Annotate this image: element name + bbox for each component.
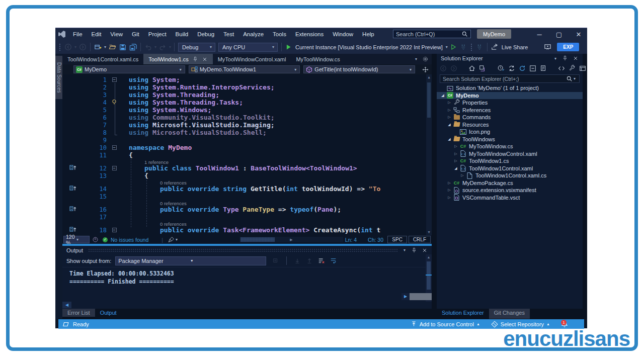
override-indicator-icon[interactable] (69, 164, 76, 172)
document-tab[interactable]: MyToolWindowControl.xaml (213, 54, 291, 64)
code-line[interactable]: 9 (62, 136, 432, 144)
menu-analyze[interactable]: Analyze (238, 31, 268, 37)
document-tab[interactable]: ToolWindow1Control.xaml.cs (62, 54, 143, 64)
sync-icon[interactable] (508, 65, 515, 72)
editor-vertical-scrollbar[interactable]: ▲ ▼ (426, 74, 432, 235)
intellisense-icon[interactable] (92, 236, 99, 243)
code-line[interactable]: 13{ (62, 172, 432, 179)
fold-toggle[interactable]: − (112, 166, 117, 170)
scroll-right-icon[interactable]: ▶ (233, 238, 349, 242)
document-tab[interactable]: ToolWindow1.cs (143, 54, 212, 64)
expander-expanded-icon[interactable]: ◢ (453, 166, 459, 170)
maximize-button[interactable]: ▢ (550, 28, 568, 40)
override-indicator-icon[interactable] (69, 206, 76, 213)
code-line[interactable]: 3using System.Threading; (62, 91, 432, 99)
breadcrumb-dropdown[interactable]: GetTitle(int toolWindowId)▾ (303, 65, 415, 73)
pin-icon[interactable] (411, 247, 417, 253)
codelens-row[interactable]: 1 reference (62, 159, 432, 164)
data-sources-tab[interactable]: Data Sources (55, 56, 62, 99)
code-line[interactable]: 5using System.Windows; (62, 106, 432, 114)
clear-all-icon[interactable] (318, 257, 325, 264)
override-indicator-icon[interactable] (69, 185, 76, 193)
close-icon[interactable] (573, 55, 579, 61)
menu-build[interactable]: Build (171, 31, 193, 37)
code-line[interactable]: 8using Microsoft.VisualStudio.Shell; (62, 129, 432, 136)
health-check-icon[interactable]: ✓ (103, 237, 108, 242)
expander-collapsed-icon[interactable]: ▷ (446, 115, 452, 119)
expander-collapsed-icon[interactable]: ▷ (446, 101, 452, 105)
output-horizontal-scrollbar[interactable]: ▶ (401, 293, 432, 300)
search-input[interactable]: Search (Ctrl+Q) (393, 30, 471, 38)
scrollbar-thumb[interactable] (427, 82, 431, 118)
prev-message-icon[interactable] (294, 257, 301, 264)
save-button[interactable] (118, 42, 128, 53)
code-line[interactable]: 11{ (62, 151, 432, 159)
menu-file[interactable]: File (68, 31, 87, 37)
menu-git[interactable]: Git (127, 31, 144, 37)
menu-test[interactable]: Test (219, 31, 238, 37)
search-icon[interactable] (461, 31, 468, 37)
tab-list-icon[interactable]: ▾ (414, 57, 418, 61)
redo-button[interactable] (157, 42, 168, 53)
breadcrumb-dropdown[interactable]: MyDemo.ToolWindow1▾ (189, 65, 300, 73)
spaces-indicator[interactable]: SPC (387, 236, 407, 243)
minimize-button[interactable]: ─ (531, 28, 548, 40)
home-icon[interactable] (468, 65, 475, 72)
codelens-row[interactable]: 0 references (62, 221, 432, 226)
editor-horizontal-scrollbar[interactable]: ◀ ▶ (233, 237, 349, 242)
tree-item[interactable]: ▷Properties (437, 99, 583, 107)
code-icon[interactable] (558, 65, 565, 72)
menu-view[interactable]: View (106, 31, 127, 37)
hot-reload-button[interactable] (474, 42, 485, 53)
expander-expanded-icon[interactable]: ◢ (440, 94, 446, 98)
scrollbar-thumb[interactable] (427, 261, 431, 290)
expander-collapsed-icon[interactable]: ▷ (446, 108, 452, 112)
menu-edit[interactable]: Edit (87, 31, 106, 37)
refresh-icon[interactable] (519, 65, 526, 72)
scroll-up-icon[interactable]: ▲ (426, 255, 432, 259)
tree-item[interactable]: ◢ToolWindows (437, 136, 583, 143)
open-folder-button[interactable] (107, 42, 118, 53)
scroll-left-icon[interactable]: ◀ (62, 302, 71, 308)
menu-window[interactable]: Window (328, 31, 358, 37)
menu-extensions[interactable]: Extensions (291, 31, 328, 37)
tree-item[interactable]: ▷ToolWindow1Control.xaml.cs (437, 172, 583, 179)
close-icon[interactable] (422, 247, 428, 253)
expander-collapsed-icon[interactable]: ▷ (446, 188, 452, 192)
config-dropdown[interactable]: Debug▾ (178, 43, 215, 52)
tree-item[interactable]: ▷Commands (437, 114, 583, 121)
code-cleanup-icon[interactable] (168, 236, 175, 243)
expander-collapsed-icon[interactable]: ▷ (453, 144, 459, 148)
tree-item[interactable]: ▷MyToolWindowControl.xaml (437, 150, 583, 158)
split-editor-icon[interactable] (419, 66, 432, 73)
solution-search-input[interactable]: Search Solution Explorer (Ctrl+;) ▾ (440, 74, 580, 83)
presenter-button[interactable] (542, 42, 553, 53)
next-message-icon[interactable] (306, 257, 313, 264)
zoom-dropdown[interactable]: 120 % ▾ (63, 236, 90, 243)
live-share-label[interactable]: Live Share (502, 44, 528, 50)
code-line[interactable]: 17 (62, 213, 432, 221)
output-log[interactable]: Time Elapsed: 00:00:00.5332463==========… (62, 267, 432, 302)
pin-icon[interactable] (562, 55, 568, 61)
message-level-icon[interactable] (272, 257, 279, 264)
word-wrap-icon[interactable] (330, 257, 337, 264)
fold-toggle[interactable]: − (112, 228, 117, 232)
live-share-button[interactable] (490, 42, 500, 53)
code-line[interactable]: 4using System.Threading.Tasks; (62, 99, 432, 106)
close-button[interactable]: ✕ (570, 28, 587, 40)
code-line[interactable]: 7using Microsoft.VisualStudio.Imaging; (62, 121, 432, 129)
expander-collapsed-icon[interactable]: ▷ (459, 173, 465, 177)
scrollbar-thumb[interactable] (410, 293, 432, 300)
expander-expanded-icon[interactable]: ◢ (446, 137, 452, 141)
window-position-icon[interactable]: ▾ (553, 56, 557, 61)
code-line[interactable]: 16public override Type PaneType => typeo… (62, 206, 432, 213)
toolbar-grip[interactable] (59, 43, 61, 51)
menu-project[interactable]: Project (144, 31, 171, 37)
dropdown-caret-icon[interactable]: ▾ (168, 45, 172, 49)
code-line[interactable]: 15 (62, 193, 432, 200)
tree-item[interactable]: ◢C#MyDemo (437, 92, 583, 100)
nav-forward-button[interactable] (77, 42, 88, 53)
menu-tools[interactable]: Tools (268, 31, 291, 37)
save-all-button[interactable] (128, 42, 138, 53)
profiler-button[interactable] (458, 42, 469, 53)
